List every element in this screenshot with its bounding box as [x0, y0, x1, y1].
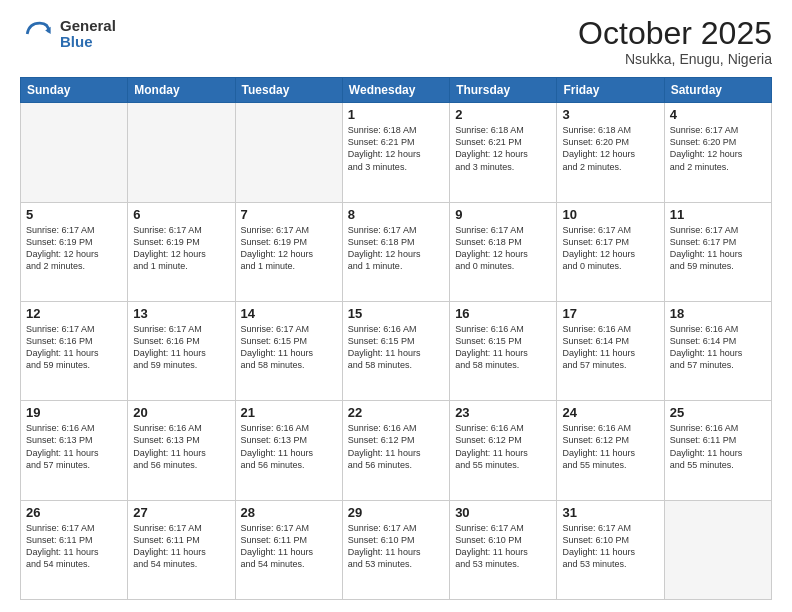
calendar-table: SundayMondayTuesdayWednesdayThursdayFrid… — [20, 77, 772, 600]
day-info: Sunrise: 6:17 AM Sunset: 6:11 PM Dayligh… — [133, 522, 229, 571]
day-number: 14 — [241, 306, 337, 321]
day-number: 22 — [348, 405, 444, 420]
calendar-week-4: 26Sunrise: 6:17 AM Sunset: 6:11 PM Dayli… — [21, 500, 772, 599]
day-number: 6 — [133, 207, 229, 222]
day-number: 21 — [241, 405, 337, 420]
title-block: October 2025 Nsukka, Enugu, Nigeria — [578, 16, 772, 67]
day-number: 25 — [670, 405, 766, 420]
calendar-cell: 19Sunrise: 6:16 AM Sunset: 6:13 PM Dayli… — [21, 401, 128, 500]
day-info: Sunrise: 6:16 AM Sunset: 6:14 PM Dayligh… — [670, 323, 766, 372]
calendar-cell: 26Sunrise: 6:17 AM Sunset: 6:11 PM Dayli… — [21, 500, 128, 599]
calendar-cell: 8Sunrise: 6:17 AM Sunset: 6:18 PM Daylig… — [342, 202, 449, 301]
calendar-cell: 4Sunrise: 6:17 AM Sunset: 6:20 PM Daylig… — [664, 103, 771, 202]
weekday-header-friday: Friday — [557, 78, 664, 103]
day-number: 9 — [455, 207, 551, 222]
calendar-cell: 23Sunrise: 6:16 AM Sunset: 6:12 PM Dayli… — [450, 401, 557, 500]
month-title: October 2025 — [578, 16, 772, 51]
day-number: 17 — [562, 306, 658, 321]
day-info: Sunrise: 6:16 AM Sunset: 6:13 PM Dayligh… — [133, 422, 229, 471]
day-info: Sunrise: 6:17 AM Sunset: 6:10 PM Dayligh… — [348, 522, 444, 571]
day-info: Sunrise: 6:16 AM Sunset: 6:12 PM Dayligh… — [562, 422, 658, 471]
day-number: 12 — [26, 306, 122, 321]
day-info: Sunrise: 6:17 AM Sunset: 6:10 PM Dayligh… — [455, 522, 551, 571]
calendar-cell: 7Sunrise: 6:17 AM Sunset: 6:19 PM Daylig… — [235, 202, 342, 301]
day-info: Sunrise: 6:17 AM Sunset: 6:19 PM Dayligh… — [26, 224, 122, 273]
day-info: Sunrise: 6:16 AM Sunset: 6:14 PM Dayligh… — [562, 323, 658, 372]
day-info: Sunrise: 6:17 AM Sunset: 6:17 PM Dayligh… — [562, 224, 658, 273]
day-number: 26 — [26, 505, 122, 520]
calendar-cell — [235, 103, 342, 202]
calendar-body: 1Sunrise: 6:18 AM Sunset: 6:21 PM Daylig… — [21, 103, 772, 600]
day-info: Sunrise: 6:17 AM Sunset: 6:18 PM Dayligh… — [348, 224, 444, 273]
calendar-cell: 15Sunrise: 6:16 AM Sunset: 6:15 PM Dayli… — [342, 301, 449, 400]
header: General Blue October 2025 Nsukka, Enugu,… — [20, 16, 772, 67]
day-info: Sunrise: 6:17 AM Sunset: 6:15 PM Dayligh… — [241, 323, 337, 372]
day-info: Sunrise: 6:16 AM Sunset: 6:13 PM Dayligh… — [241, 422, 337, 471]
day-number: 24 — [562, 405, 658, 420]
calendar-cell: 6Sunrise: 6:17 AM Sunset: 6:19 PM Daylig… — [128, 202, 235, 301]
day-number: 31 — [562, 505, 658, 520]
day-number: 30 — [455, 505, 551, 520]
calendar-week-2: 12Sunrise: 6:17 AM Sunset: 6:16 PM Dayli… — [21, 301, 772, 400]
weekday-header-wednesday: Wednesday — [342, 78, 449, 103]
calendar-cell: 9Sunrise: 6:17 AM Sunset: 6:18 PM Daylig… — [450, 202, 557, 301]
day-info: Sunrise: 6:16 AM Sunset: 6:12 PM Dayligh… — [348, 422, 444, 471]
day-number: 4 — [670, 107, 766, 122]
day-info: Sunrise: 6:17 AM Sunset: 6:20 PM Dayligh… — [670, 124, 766, 173]
day-number: 28 — [241, 505, 337, 520]
weekday-header-tuesday: Tuesday — [235, 78, 342, 103]
day-number: 20 — [133, 405, 229, 420]
logo-icon — [20, 16, 56, 52]
day-info: Sunrise: 6:16 AM Sunset: 6:15 PM Dayligh… — [348, 323, 444, 372]
day-info: Sunrise: 6:16 AM Sunset: 6:11 PM Dayligh… — [670, 422, 766, 471]
calendar-cell: 10Sunrise: 6:17 AM Sunset: 6:17 PM Dayli… — [557, 202, 664, 301]
calendar-cell: 24Sunrise: 6:16 AM Sunset: 6:12 PM Dayli… — [557, 401, 664, 500]
calendar-cell: 3Sunrise: 6:18 AM Sunset: 6:20 PM Daylig… — [557, 103, 664, 202]
calendar-cell: 11Sunrise: 6:17 AM Sunset: 6:17 PM Dayli… — [664, 202, 771, 301]
page: General Blue October 2025 Nsukka, Enugu,… — [0, 0, 792, 612]
calendar-cell: 12Sunrise: 6:17 AM Sunset: 6:16 PM Dayli… — [21, 301, 128, 400]
day-info: Sunrise: 6:17 AM Sunset: 6:18 PM Dayligh… — [455, 224, 551, 273]
calendar-cell: 27Sunrise: 6:17 AM Sunset: 6:11 PM Dayli… — [128, 500, 235, 599]
calendar-cell: 5Sunrise: 6:17 AM Sunset: 6:19 PM Daylig… — [21, 202, 128, 301]
weekday-header-row: SundayMondayTuesdayWednesdayThursdayFrid… — [21, 78, 772, 103]
day-info: Sunrise: 6:16 AM Sunset: 6:13 PM Dayligh… — [26, 422, 122, 471]
calendar-cell: 25Sunrise: 6:16 AM Sunset: 6:11 PM Dayli… — [664, 401, 771, 500]
day-number: 7 — [241, 207, 337, 222]
location: Nsukka, Enugu, Nigeria — [578, 51, 772, 67]
weekday-header-saturday: Saturday — [664, 78, 771, 103]
day-info: Sunrise: 6:17 AM Sunset: 6:16 PM Dayligh… — [26, 323, 122, 372]
day-number: 15 — [348, 306, 444, 321]
day-number: 27 — [133, 505, 229, 520]
calendar-cell: 30Sunrise: 6:17 AM Sunset: 6:10 PM Dayli… — [450, 500, 557, 599]
day-info: Sunrise: 6:16 AM Sunset: 6:12 PM Dayligh… — [455, 422, 551, 471]
logo-general: General — [60, 18, 116, 35]
day-number: 10 — [562, 207, 658, 222]
weekday-header-sunday: Sunday — [21, 78, 128, 103]
calendar-cell: 1Sunrise: 6:18 AM Sunset: 6:21 PM Daylig… — [342, 103, 449, 202]
day-number: 16 — [455, 306, 551, 321]
day-info: Sunrise: 6:17 AM Sunset: 6:11 PM Dayligh… — [26, 522, 122, 571]
day-info: Sunrise: 6:18 AM Sunset: 6:20 PM Dayligh… — [562, 124, 658, 173]
logo-blue: Blue — [60, 34, 116, 51]
day-number: 3 — [562, 107, 658, 122]
calendar-cell: 22Sunrise: 6:16 AM Sunset: 6:12 PM Dayli… — [342, 401, 449, 500]
day-info: Sunrise: 6:17 AM Sunset: 6:19 PM Dayligh… — [241, 224, 337, 273]
calendar-cell: 17Sunrise: 6:16 AM Sunset: 6:14 PM Dayli… — [557, 301, 664, 400]
day-number: 23 — [455, 405, 551, 420]
calendar-cell: 29Sunrise: 6:17 AM Sunset: 6:10 PM Dayli… — [342, 500, 449, 599]
weekday-header-monday: Monday — [128, 78, 235, 103]
logo: General Blue — [20, 16, 116, 52]
day-number: 29 — [348, 505, 444, 520]
day-number: 8 — [348, 207, 444, 222]
day-info: Sunrise: 6:17 AM Sunset: 6:16 PM Dayligh… — [133, 323, 229, 372]
calendar-cell: 16Sunrise: 6:16 AM Sunset: 6:15 PM Dayli… — [450, 301, 557, 400]
day-info: Sunrise: 6:17 AM Sunset: 6:11 PM Dayligh… — [241, 522, 337, 571]
day-info: Sunrise: 6:17 AM Sunset: 6:10 PM Dayligh… — [562, 522, 658, 571]
day-number: 18 — [670, 306, 766, 321]
calendar-cell — [664, 500, 771, 599]
calendar-cell: 2Sunrise: 6:18 AM Sunset: 6:21 PM Daylig… — [450, 103, 557, 202]
day-info: Sunrise: 6:18 AM Sunset: 6:21 PM Dayligh… — [348, 124, 444, 173]
calendar-cell: 18Sunrise: 6:16 AM Sunset: 6:14 PM Dayli… — [664, 301, 771, 400]
day-number: 1 — [348, 107, 444, 122]
